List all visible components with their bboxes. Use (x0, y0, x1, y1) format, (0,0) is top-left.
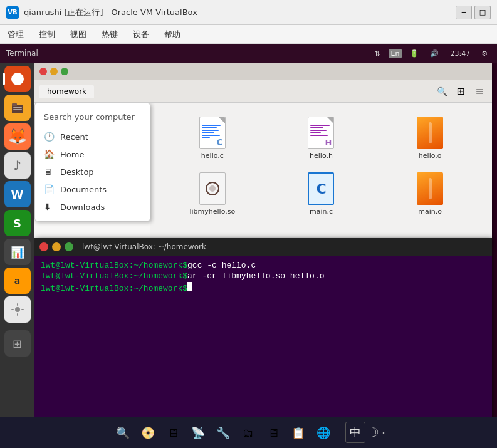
file-libmyhello-so[interactable]: libmyhello.so (160, 169, 264, 219)
launcher-files[interactable] (4, 95, 31, 121)
taskbar-icon-9[interactable]: 🌐 (312, 421, 335, 444)
launcher-firefox[interactable]: 🦊 (4, 123, 31, 150)
file-hello-c-label: hello.c (201, 152, 224, 160)
terminal-title: lwt@lwt-VirtualBox: ~/homework (82, 242, 487, 251)
launcher-ubuntu-home[interactable] (4, 66, 31, 92)
search-dropdown-documents[interactable]: 📄 Documents (35, 180, 150, 198)
svg-point-5 (15, 307, 20, 312)
file-hello-h-label: hello.h (310, 152, 333, 160)
terminal-prompt-3: lwt@lwt-VirtualBox:~/homework$ (41, 284, 187, 293)
terminal-prompt-1: lwt@lwt-VirtualBox:~/homework$ (41, 261, 187, 270)
launcher-search-apps[interactable]: ⊞ (4, 330, 31, 357)
terminal-maximize-btn[interactable] (65, 242, 73, 251)
file-hello-o[interactable]: hello.o (378, 113, 482, 164)
terminal-minimize-btn[interactable] (52, 242, 61, 251)
bottom-panel-separator (340, 423, 340, 442)
search-dropdown-documents-label: Documents (60, 185, 107, 194)
recent-icon: 🕐 (44, 132, 55, 142)
taskbar-icon-3[interactable]: 🖥 (162, 421, 184, 444)
launcher-libreoffice-calc[interactable]: S (4, 210, 31, 236)
file-hello-c[interactable]: C hello.c (160, 113, 264, 164)
vbox-maximize-button[interactable]: □ (474, 6, 491, 19)
search-dropdown-desktop[interactable]: 🖥 Desktop (35, 163, 150, 180)
fm-body: Search your computer 🕐 Recent 🏠 Home 🖥 D… (34, 103, 492, 244)
fm-list-view-button[interactable]: ≡ (472, 84, 487, 99)
taskbar-icon-6[interactable]: 🗂 (237, 421, 259, 444)
taskbar-icon-5[interactable]: 🔧 (212, 421, 234, 444)
panel-time: 23:47 (447, 48, 473, 59)
taskbar-icon-1[interactable]: 🔍 (112, 421, 134, 444)
file-manager-window: homework 🔍 ⊞ ≡ Search your computer 🕐 Re… (34, 63, 492, 244)
panel-keyboard-layout[interactable]: En (389, 49, 402, 58)
svg-rect-2 (12, 103, 17, 106)
taskbar-icon-7[interactable]: 🖥 (262, 421, 285, 444)
search-dropdown-recent[interactable]: 🕐 Recent (35, 128, 150, 145)
svg-point-11 (209, 185, 216, 192)
svg-rect-6 (17, 303, 18, 306)
file-icon-hello-o (417, 117, 443, 149)
file-icon-main-o (417, 172, 443, 205)
launcher-libreoffice-impress[interactable]: 📊 (4, 239, 31, 265)
file-main-o[interactable]: main.o (378, 169, 482, 219)
vbox-window-controls: ─ □ (456, 6, 491, 19)
file-libmyhello-so-label: libmyhello.so (189, 207, 235, 216)
taskbar-icon-8[interactable]: 📋 (287, 421, 310, 444)
search-dropdown-home[interactable]: 🏠 Home (35, 145, 150, 163)
input-method-indicator[interactable]: 中 (345, 422, 365, 443)
vbox-minimize-button[interactable]: ─ (456, 6, 472, 19)
search-dropdown-home-label: Home (60, 150, 84, 159)
search-dropdown: Search your computer 🕐 Recent 🏠 Home 🖥 D… (34, 103, 150, 221)
file-icon-hello-c: C (199, 117, 226, 149)
menu-devices[interactable]: 设备 (130, 28, 152, 41)
dot-icon: · (381, 425, 385, 440)
search-dropdown-recent-label: Recent (60, 132, 88, 142)
terminal-close-btn[interactable] (39, 242, 48, 251)
fm-grid-view-button[interactable]: ⊞ (453, 84, 468, 99)
menu-view[interactable]: 视图 (68, 28, 89, 41)
terminal-line-2: lwt@lwt-VirtualBox:~/homework$ ar -cr li… (41, 271, 486, 281)
file-hello-o-label: hello.o (419, 152, 442, 160)
menu-manage[interactable]: 管理 (5, 28, 26, 41)
fm-minimize-btn[interactable] (50, 68, 58, 75)
terminal-cmd-2: ar -cr libmyhello.so hello.o (187, 271, 324, 281)
vbox-title: qianrushi [正在运行] - Oracle VM VirtualBox (24, 7, 456, 18)
fm-titlebar (34, 63, 492, 80)
terminal-window: lwt@lwt-VirtualBox: ~/homework lwt@lwt-V… (34, 238, 492, 445)
panel-settings-icon[interactable]: ⚙ (478, 48, 491, 59)
vbox-menubar: 管理 控制 视图 热键 设备 帮助 (0, 25, 497, 44)
svg-point-0 (11, 73, 24, 85)
menu-control[interactable]: 控制 (36, 28, 58, 41)
terminal-titlebar: lwt@lwt-VirtualBox: ~/homework (34, 238, 492, 256)
file-icon-hello-h: H (308, 117, 334, 149)
fm-tab-homework[interactable]: homework (39, 85, 94, 98)
ubuntu-launcher: 🦊 ♪ W S 📊 a ⊞ (0, 63, 34, 417)
panel-volume-icon: 🔊 (427, 48, 442, 59)
search-dropdown-downloads-label: Downloads (60, 202, 105, 212)
fm-window-buttons (39, 68, 68, 75)
file-hello-h[interactable]: H hello.h (269, 113, 374, 164)
search-dropdown-downloads[interactable]: ⬇ Downloads (35, 198, 150, 216)
documents-icon: 📄 (44, 184, 55, 194)
launcher-settings[interactable] (4, 296, 31, 323)
panel-input-arrows: ⇅ (371, 48, 383, 59)
menu-hotkeys[interactable]: 热键 (99, 28, 120, 41)
file-main-o-label: main.o (418, 207, 442, 216)
fm-search-button[interactable]: 🔍 (434, 84, 449, 99)
svg-rect-4 (13, 109, 22, 110)
fm-maximize-btn[interactable] (61, 68, 68, 75)
fm-close-btn[interactable] (39, 68, 47, 75)
taskbar-icon-2[interactable]: 📀 (137, 421, 159, 444)
launcher-music[interactable]: ♪ (4, 152, 31, 179)
menu-help[interactable]: 帮助 (162, 28, 183, 41)
file-main-c-label: main.c (310, 207, 333, 216)
launcher-amazon[interactable]: a (4, 268, 31, 294)
file-main-c[interactable]: C main.c (269, 169, 374, 219)
home-icon: 🏠 (44, 149, 55, 159)
taskbar-icon-4[interactable]: 📡 (187, 421, 209, 444)
search-dropdown-desktop-label: Desktop (60, 167, 94, 177)
launcher-libreoffice-writer[interactable]: W (4, 181, 31, 207)
panel-app-name: Terminal (6, 49, 38, 58)
svg-rect-9 (21, 309, 24, 310)
vbox-icon: VB (6, 6, 19, 19)
terminal-prompt-2: lwt@lwt-VirtualBox:~/homework$ (41, 271, 187, 281)
